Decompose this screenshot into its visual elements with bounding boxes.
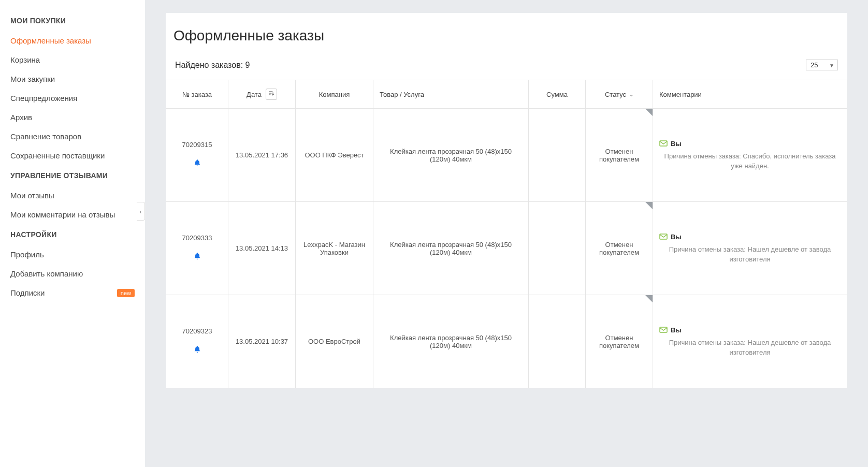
corner-marker-icon: [645, 109, 653, 116]
cell-status: Отменен покупателем: [586, 109, 653, 202]
sidebar-item-cart[interactable]: Корзина: [0, 50, 145, 69]
main-content: Оформленные заказы Найдено заказов: 9 25…: [145, 0, 868, 467]
envelope-icon: [659, 232, 668, 241]
cell-company: LexxpacK - Магазин Упаковки: [296, 202, 373, 295]
page-title: Оформленные заказы: [166, 27, 847, 60]
table-row: 70209323 13.05.2021 10:37 ООО ЕвроСтрой …: [166, 295, 847, 388]
cell-comment: Вы Причина отмены заказа: Нашел дешевле …: [653, 295, 847, 388]
page-size-select[interactable]: 25 ▼: [806, 60, 838, 70]
th-comments: Комментарии: [653, 80, 847, 109]
envelope-icon: [659, 326, 668, 334]
envelope-icon: [659, 139, 668, 148]
cell-status: Отменен покупателем: [586, 295, 653, 388]
cell-sum: [529, 109, 586, 202]
table-row: 70209315 13.05.2021 17:36 ООО ПКФ Эверес…: [166, 109, 847, 202]
comment-author: Вы: [671, 326, 682, 334]
new-badge: new: [117, 289, 135, 297]
sidebar-item-saved-suppliers[interactable]: Сохраненные поставщики: [0, 146, 145, 165]
cell-status: Отменен покупателем: [586, 202, 653, 295]
corner-marker-icon: [645, 295, 653, 302]
chevron-down-icon: ▼: [829, 62, 834, 68]
comment-author: Вы: [671, 233, 682, 241]
table-row: 70209333 13.05.2021 14:13 LexxpacK - Маг…: [166, 202, 847, 295]
sidebar-section-settings: НАСТРОЙКИ: [0, 224, 145, 245]
sidebar-item-orders[interactable]: Оформленные заказы: [0, 31, 145, 50]
th-sum[interactable]: Сумма: [529, 80, 586, 109]
svg-rect-1: [660, 234, 667, 239]
cell-sum: [529, 295, 586, 388]
bell-icon[interactable]: [193, 159, 201, 170]
sidebar-item-comparison[interactable]: Сравнение товаров: [0, 127, 145, 146]
th-status[interactable]: Статус ⌄: [586, 80, 653, 109]
cell-company: ООО ПКФ Эверест: [296, 109, 373, 202]
th-company[interactable]: Компания: [296, 80, 373, 109]
comment-text: Причина отмены заказа: Спасибо, исполнит…: [659, 151, 841, 171]
sidebar: МОИ ПОКУПКИ Оформленные заказы Корзина М…: [0, 0, 145, 467]
chevron-down-icon: ⌄: [629, 92, 633, 97]
sidebar-item-my-purchases[interactable]: Мои закупки: [0, 69, 145, 89]
cell-date: 13.05.2021 14:13: [228, 202, 296, 295]
cell-sum: [529, 202, 586, 295]
cell-order-id: 70209323: [166, 295, 228, 388]
sidebar-section-reviews: УПРАВЛЕНИЕ ОТЗЫВАМИ: [0, 165, 145, 186]
sidebar-item-my-reviews[interactable]: Мои отзывы: [0, 186, 145, 205]
sidebar-item-special-offers[interactable]: Спецпредложения: [0, 89, 145, 108]
comment-author: Вы: [671, 140, 682, 148]
th-date[interactable]: Дата: [228, 80, 296, 109]
cell-comment: Вы Причина отмены заказа: Нашел дешевле …: [653, 202, 847, 295]
bell-icon[interactable]: [193, 345, 201, 356]
cell-date: 13.05.2021 10:37: [228, 295, 296, 388]
cell-order-id: 70209333: [166, 202, 228, 295]
sidebar-collapse-button[interactable]: ‹: [137, 202, 145, 221]
cell-product: Клейкая лента прозрачная 50 (48)х150 (12…: [373, 295, 529, 388]
sort-button[interactable]: [266, 89, 277, 100]
sidebar-item-profile[interactable]: Профиль: [0, 245, 145, 264]
cell-product: Клейкая лента прозрачная 50 (48)х150 (12…: [373, 109, 529, 202]
sidebar-section-purchases: МОИ ПОКУПКИ: [0, 10, 145, 31]
comment-text: Причина отмены заказа: Нашел дешевле от …: [659, 244, 841, 265]
bell-icon[interactable]: [193, 252, 201, 263]
sidebar-item-my-review-comments[interactable]: Мои комментарии на отзывы: [0, 205, 145, 224]
cell-product: Клейкая лента прозрачная 50 (48)х150 (12…: [373, 202, 529, 295]
cell-comment: Вы Причина отмены заказа: Спасибо, испол…: [653, 109, 847, 202]
found-orders-label: Найдено заказов: 9: [175, 61, 250, 70]
cell-date: 13.05.2021 17:36: [228, 109, 296, 202]
svg-rect-0: [660, 141, 667, 146]
corner-marker-icon: [645, 202, 653, 209]
sort-desc-icon: [269, 91, 274, 97]
cell-company: ООО ЕвроСтрой: [296, 295, 373, 388]
cell-order-id: 70209315: [166, 109, 228, 202]
sidebar-item-archive[interactable]: Архив: [0, 108, 145, 127]
sidebar-item-add-company[interactable]: Добавить компанию: [0, 264, 145, 283]
chevron-left-icon: ‹: [139, 208, 141, 215]
th-order-number[interactable]: № заказа: [166, 80, 228, 109]
th-product[interactable]: Товар / Услуга: [373, 80, 529, 109]
orders-table: № заказа Дата Компания: [166, 80, 847, 388]
svg-rect-2: [660, 327, 667, 332]
sidebar-item-subscriptions[interactable]: Подписки new: [0, 283, 145, 302]
comment-text: Причина отмены заказа: Нашел дешевле от …: [659, 338, 841, 358]
